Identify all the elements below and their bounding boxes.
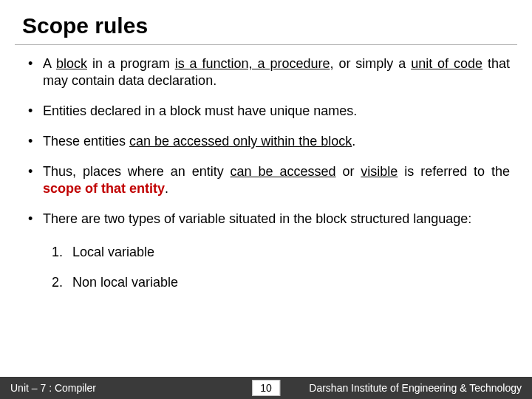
page-number: 10 xyxy=(252,380,280,396)
text: These entities xyxy=(43,134,129,149)
footer-right: Darshan Institute of Engineering & Techn… xyxy=(309,382,532,394)
text: , or simply a xyxy=(330,56,411,71)
footer: Unit – 7 : Compiler 10 Darshan Institute… xyxy=(0,377,532,399)
text: is referred to the xyxy=(398,164,510,179)
numbered-item: Local variable xyxy=(52,241,510,271)
bullet-item: Entities declared in a block must have u… xyxy=(22,103,510,133)
text: Local variable xyxy=(72,245,154,259)
text: A xyxy=(43,56,56,71)
numbered-item: Non local variable xyxy=(52,271,510,301)
bullet-item: There are two types of variable situated… xyxy=(22,211,510,241)
slide-title: Scope rules xyxy=(15,13,517,45)
text: There are two types of variable situated… xyxy=(43,211,471,226)
text: Entities declared in a block must have u… xyxy=(43,103,357,118)
text-underline: unit of code xyxy=(411,56,482,71)
text: or xyxy=(336,164,361,179)
slide: Scope rules A block in a program is a fu… xyxy=(0,0,532,399)
bullet-item: A block in a program is a function, a pr… xyxy=(22,55,510,103)
text-underline: visible xyxy=(361,164,398,179)
footer-left: Unit – 7 : Compiler xyxy=(0,382,96,394)
text: . xyxy=(165,181,168,196)
text: in a program xyxy=(87,56,175,71)
text: Non local variable xyxy=(72,275,178,290)
text: . xyxy=(352,134,355,149)
text-underline: block xyxy=(56,56,87,71)
text-underline: can be accessed only within the block xyxy=(129,134,352,149)
bullet-item: Thus, places where an entity can be acce… xyxy=(22,163,510,211)
text-emphasis: scope of that entity xyxy=(43,181,165,196)
text-underline: is a function, a procedure xyxy=(175,56,330,71)
text: Thus, places where an entity xyxy=(43,164,231,179)
text-underline: can be accessed xyxy=(231,164,336,179)
bullet-item: These entities can be accessed only with… xyxy=(22,133,510,163)
numbered-list: Local variable Non local variable xyxy=(22,241,510,301)
bullet-list: A block in a program is a function, a pr… xyxy=(22,55,510,241)
